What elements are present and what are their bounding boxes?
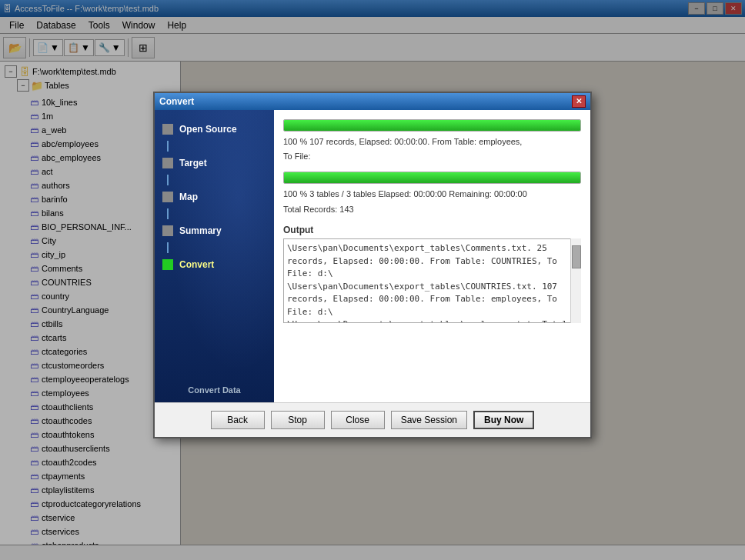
wizard-step-convert[interactable]: Convert bbox=[155, 253, 274, 276]
step-indicator-map bbox=[162, 192, 173, 202]
close-button[interactable]: Close bbox=[331, 411, 385, 429]
modal-title: Convert bbox=[159, 96, 194, 107]
step-indicator-open-source bbox=[162, 124, 173, 135]
modal-buttons: Back Stop Close Save Session Buy Now bbox=[155, 402, 590, 437]
output-area[interactable]: \Users\pan\Documents\export_tables\Comme… bbox=[283, 238, 581, 323]
output-wrapper: \Users\pan\Documents\export_tables\Comme… bbox=[283, 238, 581, 323]
progress-section-2: 100 % 3 tables / 3 tables Elapsed: 00:00… bbox=[283, 172, 581, 217]
modal-overlay: Convert ✕ Open Source Target bbox=[0, 0, 745, 560]
buy-now-button[interactable]: Buy Now bbox=[473, 411, 534, 429]
wizard-step-target[interactable]: Target bbox=[155, 152, 274, 175]
step-label-convert: Convert bbox=[179, 259, 214, 270]
step-indicator-target bbox=[162, 158, 173, 168]
wizard-step-map[interactable]: Map bbox=[155, 185, 274, 208]
save-session-button[interactable]: Save Session bbox=[391, 411, 467, 429]
progress-text-2a: 100 % 3 tables / 3 tables Elapsed: 00:00… bbox=[283, 187, 581, 202]
progress-section-1: 100 % 107 records, Elapsed: 00:00:00. Fr… bbox=[283, 119, 581, 165]
convert-dialog: Convert ✕ Open Source Target bbox=[153, 92, 592, 438]
step-label-map: Map bbox=[179, 192, 198, 202]
step-indicator-convert bbox=[162, 259, 173, 270]
progress-text-1b: To File: bbox=[283, 149, 581, 164]
wizard-step-summary[interactable]: Summary bbox=[155, 219, 274, 242]
step-label-target: Target bbox=[179, 158, 207, 168]
wizard-bottom: Convert Data bbox=[155, 385, 274, 395]
modal-title-bar: Convert ✕ bbox=[155, 93, 590, 110]
step-label-summary: Summary bbox=[179, 225, 222, 236]
progress-bar-1-container bbox=[283, 119, 581, 132]
modal-close-button[interactable]: ✕ bbox=[572, 95, 586, 108]
progress-text-2b: Total Records: 143 bbox=[283, 202, 581, 217]
stop-button[interactable]: Stop bbox=[271, 411, 325, 429]
progress-bar-2-fill bbox=[284, 172, 580, 183]
modal-body: Open Source Target Map Summary bbox=[155, 110, 590, 402]
scrollbar-thumb[interactable] bbox=[572, 245, 581, 268]
progress-bar-1-fill bbox=[284, 120, 580, 131]
wizard-step-open-source[interactable]: Open Source bbox=[155, 118, 274, 141]
wizard-panel: Open Source Target Map Summary bbox=[155, 110, 274, 402]
step-indicator-summary bbox=[162, 225, 173, 236]
wizard-content: 100 % 107 records, Elapsed: 00:00:00. Fr… bbox=[274, 110, 590, 402]
output-label: Output bbox=[283, 225, 581, 235]
progress-text-1a: 100 % 107 records, Elapsed: 00:00:00. Fr… bbox=[283, 135, 581, 149]
back-button[interactable]: Back bbox=[211, 411, 265, 429]
progress-bar-2-container bbox=[283, 172, 581, 184]
step-label-open-source: Open Source bbox=[179, 124, 237, 135]
output-scrollbar[interactable] bbox=[570, 238, 581, 323]
